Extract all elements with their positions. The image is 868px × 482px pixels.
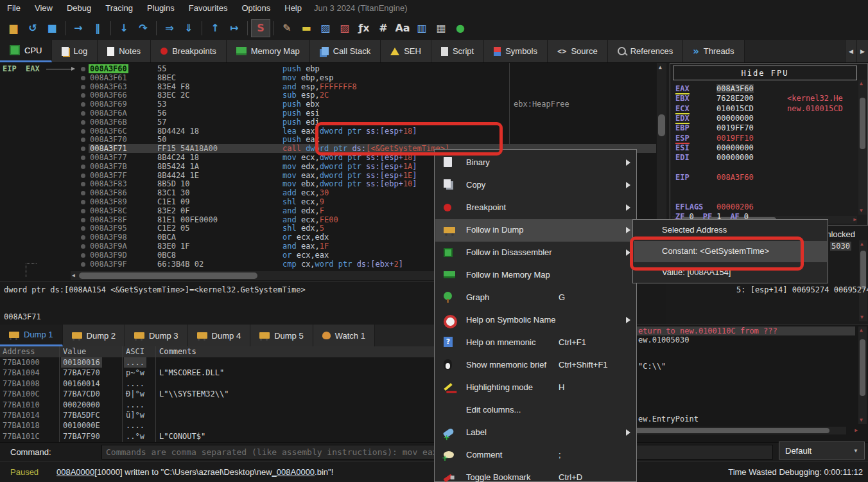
breakpoint-dot[interactable] (81, 129, 85, 134)
scrollbar-thumb[interactable] (860, 251, 866, 289)
breakpoint-dot[interactable] (81, 182, 85, 186)
animate-icon[interactable]: ⇒ (160, 19, 179, 37)
register-row[interactable]: ESP0019FF10 (675, 134, 754, 143)
breakpoint-dot[interactable] (81, 76, 85, 80)
table-row[interactable]: 77BA101C77BA7F90..°wL"CONOUT$" (0, 431, 434, 442)
tab-dump-5[interactable]: Dump 5 (250, 325, 313, 346)
tab-dump-1[interactable]: Dump 1 (0, 325, 63, 346)
breakpoint-dot[interactable] (81, 165, 85, 169)
register-value[interactable]: 7628E200 (716, 94, 754, 103)
breakpoint-dot[interactable] (81, 111, 85, 116)
breakpoint-dot[interactable] (81, 200, 85, 204)
stack-row-text[interactable]: ew.01005030 (638, 335, 689, 344)
disasm-row[interactable]: 008A3F6683EC 2Csub esp,2C (89, 91, 656, 100)
tab-notes[interactable]: Notes (98, 40, 151, 62)
register-row[interactable]: ESI00000000 (675, 143, 754, 153)
register-value[interactable]: 00000000 (716, 114, 754, 123)
stop-icon[interactable]: ■ (42, 19, 62, 37)
column-header-address[interactable]: Address (3, 346, 35, 357)
disasm-row[interactable]: 008A3F6B57push edi (89, 118, 656, 127)
registers-panel[interactable]: Hide FPU ▲ ▼ ◀ ▶ EAX008A3F60EBX7628E200<… (670, 63, 868, 226)
menu-item-show-mnemonic-brief[interactable]: Show mnemonic briefCtrl+Shift+F1 (435, 354, 636, 377)
run-icon[interactable]: → (69, 19, 88, 37)
menu-item-toggle-bookmark[interactable]: Toggle BookmarkCtrl+D (435, 467, 636, 482)
registers-v-scrollbar[interactable]: ▲ ▼ (858, 80, 867, 215)
breakpoint-dot[interactable] (81, 191, 85, 195)
submenu-item-constant-getsystemtime-[interactable]: Constant: <GetSystemTime> (634, 241, 827, 262)
menu-file[interactable]: File (0, 0, 28, 16)
register-row[interactable]: EDI00000000 (675, 153, 754, 163)
stack-v-scrollbar[interactable]: ▲ ▼ (858, 326, 867, 424)
string-search-icon[interactable]: S (251, 19, 270, 37)
breakpoint-dot[interactable] (81, 102, 85, 107)
register-row[interactable]: EIP008A3F60 (675, 173, 754, 183)
tab-script[interactable]: Script (431, 40, 484, 62)
register-value[interactable]: 008A3F60 (716, 173, 754, 182)
open-file-icon[interactable]: ▆ (4, 19, 23, 37)
scrollbar-thumb[interactable] (658, 114, 665, 136)
register-row[interactable]: EBX7628E200<kernel32.He (675, 94, 754, 103)
breakpoint-dot[interactable] (81, 147, 85, 151)
restart-icon[interactable]: ↺ (23, 19, 42, 37)
status-message-segment[interactable]: 008A0000 (56, 467, 94, 477)
menu-item-edit-columns-[interactable]: Edit columns... (435, 399, 636, 422)
register-value[interactable]: 00000000 (716, 143, 754, 152)
tab-seh[interactable]: SEH (381, 40, 431, 62)
submenu-item-value-008aa154-[interactable]: Value: [008AA154] (634, 262, 827, 283)
breakpoint-dot[interactable] (81, 138, 85, 142)
scroll-right-icon[interactable]: ▶ (853, 217, 856, 222)
register-row[interactable]: EBP0019FF70 (675, 123, 754, 133)
scroll-up-icon[interactable]: ▲ (860, 81, 863, 86)
breakpoint-dot[interactable] (81, 253, 85, 258)
register-row[interactable]: EDX00000000 (675, 114, 754, 123)
menu-item-follow-in-disassembler[interactable]: Follow in Disassembler (435, 242, 636, 264)
scroll-right-icon[interactable]: ▶ (855, 428, 858, 433)
tab-scroll-right-button[interactable]: ▶ (856, 40, 868, 62)
scrollbar-thumb[interactable] (79, 272, 257, 279)
menu-item-comment[interactable]: Comment; (435, 444, 636, 467)
register-row[interactable]: EAX008A3F60 (675, 84, 754, 94)
tab-dump-3[interactable]: Dump 3 (125, 325, 188, 346)
disasm-row[interactable]: 008A3F6A56push esi (89, 109, 656, 118)
calculator-icon[interactable]: ▦ (431, 19, 451, 37)
menu-item-binary[interactable]: Binary (435, 152, 636, 174)
stack-row-text[interactable]: ew.EntryPoint (638, 415, 699, 424)
menu-item-highlighting-mode[interactable]: Highlighting modeH (435, 377, 636, 399)
menu-options[interactable]: Options (234, 0, 277, 16)
disasm-row[interactable]: 008A3F6C8D4424 18lea eax,dword ptr ss:[e… (89, 127, 656, 136)
assemble-icon[interactable]: ✎ (277, 19, 297, 37)
scroll-down-icon[interactable]: ▼ (860, 208, 863, 213)
menu-item-breakpoint[interactable]: Breakpoint (435, 197, 636, 219)
pause-icon[interactable]: ‖ (88, 19, 107, 37)
args-v-scrollbar[interactable]: ▲ ▼ (859, 240, 867, 321)
step-into-icon[interactable]: ↓ (114, 19, 134, 37)
breakpoint-dot[interactable] (81, 93, 85, 98)
tab-source[interactable]: <>Source (548, 40, 608, 62)
breakpoint-dot[interactable] (81, 218, 85, 222)
register-value[interactable]: 008A3F60 (716, 84, 754, 93)
stack-row-text[interactable]: "C:\\" (638, 362, 666, 371)
table-row[interactable]: 77BA101000020000.... (0, 400, 434, 410)
menu-view[interactable]: View (28, 0, 60, 16)
submenu-item-selected-address[interactable]: Selected Address (634, 220, 827, 241)
menu-favourites[interactable]: Favourites (182, 0, 235, 16)
breakpoint-dot[interactable] (81, 156, 85, 160)
breakpoint-dot[interactable] (81, 244, 85, 249)
breakpoint-dot[interactable] (81, 67, 85, 71)
dump-table[interactable]: AddressValueASCIComments 77BA10000018001… (0, 346, 434, 442)
breakpoint-dot[interactable] (81, 85, 85, 89)
tab-dump-4[interactable]: Dump 4 (188, 325, 251, 346)
scrollbar-thumb[interactable] (860, 98, 865, 149)
fx-icon[interactable]: ƒx (354, 19, 374, 37)
step-out-icon[interactable]: ↑ (205, 19, 225, 37)
favourites-icon[interactable]: ● (451, 19, 470, 37)
tab-watch-1[interactable]: Watch 1 (313, 325, 375, 346)
menu-plugins[interactable]: Plugins (140, 0, 182, 16)
execute-till-return-icon[interactable]: ⇓ (179, 19, 198, 37)
tab-cpu[interactable]: CPU (0, 40, 52, 62)
table-row[interactable]: 77BA100800160014.... (0, 379, 434, 389)
tab-references[interactable]: References (608, 40, 683, 62)
menu-tracing[interactable]: Tracing (98, 0, 140, 16)
register-value[interactable]: 010015CD (716, 104, 754, 113)
tab-call-stack[interactable]: Call Stack (310, 40, 381, 62)
